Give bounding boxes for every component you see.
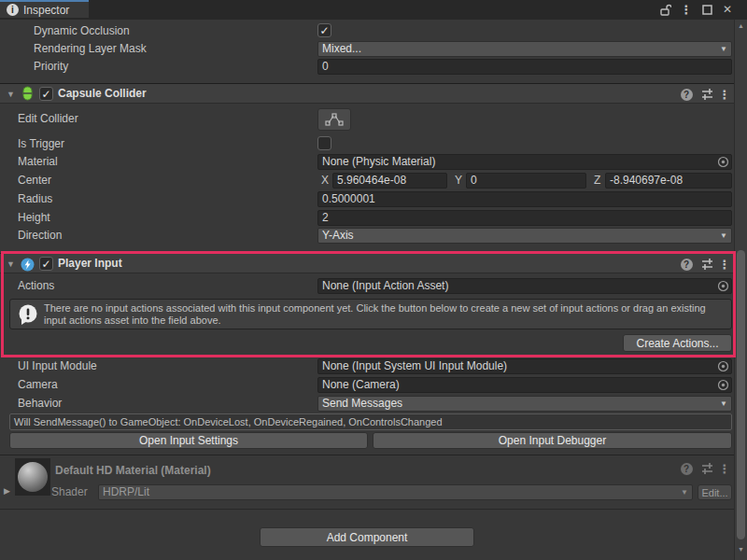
presets-icon[interactable] — [699, 257, 714, 272]
height-field[interactable]: 2 — [317, 210, 732, 226]
camera-object-field[interactable]: None (Camera) — [317, 377, 732, 393]
behavior-value: Send Messages — [322, 397, 402, 411]
radius-field[interactable]: 0.5000001 — [317, 191, 732, 207]
object-picker-icon[interactable] — [717, 360, 729, 372]
rendering-layer-mask-label: Rendering Layer Mask — [34, 41, 147, 57]
rendering-layer-mask-dropdown[interactable]: Mixed... ▼ — [317, 41, 732, 57]
ui-input-module-object-field[interactable]: None (Input System UI Input Module) — [317, 358, 732, 374]
direction-value: Y-Axis — [322, 229, 354, 243]
edit-collider-icon — [325, 113, 344, 127]
chevron-down-icon: ▼ — [720, 229, 727, 243]
foldout-closed-icon[interactable]: ▶ — [4, 486, 10, 496]
close-icon[interactable]: ✕ — [721, 3, 734, 16]
capsule-collider-enabled-checkbox[interactable]: ✓ — [39, 87, 53, 101]
ui-input-module-value: None (Input System UI Input Module) — [322, 359, 507, 372]
dynamic-occlusion-checkbox[interactable]: ✓ — [317, 23, 331, 37]
center-y-field[interactable]: 0 — [466, 173, 586, 189]
axis-y-label: Y — [455, 173, 462, 189]
rendering-layer-mask-value: Mixed... — [322, 42, 361, 56]
send-message-status-box: Will SendMessage() to GameObject: OnDevi… — [9, 413, 732, 430]
presets-icon[interactable] — [699, 87, 714, 102]
warning-icon — [18, 304, 38, 326]
radius-label: Radius — [18, 191, 52, 207]
chevron-down-icon: ▼ — [720, 42, 727, 56]
camera-value: None (Camera) — [322, 378, 400, 391]
presets-icon[interactable] — [699, 461, 714, 476]
info-icon: i — [7, 4, 19, 16]
component-menu-kebab-icon[interactable]: ⋮ — [717, 461, 732, 476]
material-sphere-preview — [18, 462, 48, 492]
vertical-scrollbar[interactable]: ▲ ▼ — [734, 20, 747, 560]
open-input-settings-button[interactable]: Open Input Settings — [9, 432, 368, 449]
material-value: None (Physic Material) — [322, 155, 435, 168]
priority-field[interactable]: 0 — [317, 59, 732, 75]
footer-divider — [0, 509, 734, 510]
scroll-up-icon[interactable]: ▲ — [738, 22, 744, 29]
player-input-icon — [20, 257, 35, 272]
capsule-collider-header[interactable]: ▼ ✓ Capsule Collider ? ⋮ — [0, 83, 734, 104]
no-actions-warning-box: There are no input actions associated wi… — [9, 299, 732, 329]
player-input-enabled-checkbox[interactable]: ✓ — [39, 257, 53, 271]
help-icon[interactable]: ? — [679, 461, 694, 476]
material-preview-thumbnail[interactable] — [15, 458, 50, 496]
behavior-dropdown[interactable]: Send Messages ▼ — [317, 396, 732, 412]
shader-dropdown[interactable]: HDRP/Lit ▼ — [98, 484, 693, 500]
direction-dropdown[interactable]: Y-Axis ▼ — [317, 228, 732, 244]
camera-label: Camera — [18, 377, 58, 393]
chevron-down-icon: ▼ — [720, 397, 727, 411]
actions-label: Actions — [18, 278, 54, 294]
tab-inspector[interactable]: i Inspector — [0, 0, 89, 18]
warning-text: There are no input actions associated wi… — [44, 302, 722, 327]
tab-bar: i Inspector ⋮ ✕ — [0, 0, 747, 20]
window-controls: ⋮ ✕ — [659, 3, 734, 16]
axis-z-label: Z — [594, 173, 600, 189]
create-actions-button[interactable]: Create Actions... — [623, 334, 732, 352]
height-label: Height — [18, 210, 50, 226]
direction-label: Direction — [18, 228, 62, 244]
add-component-button[interactable]: Add Component — [260, 527, 474, 547]
shader-edit-button[interactable]: Edit... — [698, 484, 732, 500]
scroll-down-icon[interactable]: ▼ — [738, 546, 744, 553]
shader-value: HDRP/Lit — [103, 485, 149, 499]
edit-collider-button[interactable] — [317, 108, 351, 131]
inspector-window: i Inspector ⋮ ✕ Dynamic Occlusion ✓ Rend… — [0, 0, 747, 560]
player-input-title: Player Input — [58, 254, 122, 273]
material-object-field[interactable]: None (Physic Material) — [317, 154, 732, 170]
material-section-title: Default HD Material (Material) — [55, 463, 211, 479]
foldout-open-icon[interactable]: ▼ — [7, 259, 15, 269]
behavior-label: Behavior — [18, 396, 62, 412]
help-icon[interactable]: ? — [679, 87, 694, 102]
is-trigger-checkbox[interactable] — [317, 136, 331, 150]
foldout-open-icon[interactable]: ▼ — [7, 90, 15, 99]
unlock-icon[interactable] — [659, 3, 672, 16]
component-menu-kebab-icon[interactable]: ⋮ — [717, 257, 732, 272]
capsule-collider-title: Capsule Collider — [58, 84, 147, 103]
section-divider — [0, 455, 734, 455]
shader-label: Shader — [51, 484, 88, 500]
player-input-header[interactable]: ▼ ✓ Player Input ? ⋮ — [0, 253, 734, 273]
open-input-debugger-button[interactable]: Open Input Debugger — [373, 432, 732, 449]
object-picker-icon[interactable] — [717, 156, 729, 168]
center-label: Center — [18, 173, 51, 189]
is-trigger-label: Is Trigger — [18, 136, 64, 152]
priority-label: Priority — [34, 59, 68, 75]
maximize-icon[interactable] — [700, 3, 713, 16]
object-picker-icon[interactable] — [717, 280, 729, 292]
actions-value: None (Input Action Asset) — [322, 279, 448, 292]
tab-title: Inspector — [23, 4, 69, 17]
edit-collider-label: Edit Collider — [18, 111, 78, 127]
center-x-field[interactable]: 5.960464e-08 — [332, 173, 447, 189]
actions-object-field[interactable]: None (Input Action Asset) — [317, 278, 732, 294]
component-menu-kebab-icon[interactable]: ⋮ — [717, 87, 732, 102]
scrollbar-thumb[interactable] — [737, 250, 745, 539]
material-label: Material — [18, 154, 58, 170]
chevron-down-icon: ▼ — [681, 485, 688, 499]
object-picker-icon[interactable] — [717, 379, 729, 391]
help-icon[interactable]: ? — [679, 257, 694, 272]
center-z-field[interactable]: -8.940697e-08 — [605, 173, 732, 189]
window-menu-kebab-icon[interactable]: ⋮ — [680, 3, 693, 16]
dynamic-occlusion-label: Dynamic Occlusion — [34, 23, 130, 39]
capsule-collider-icon — [20, 86, 35, 101]
ui-input-module-label: UI Input Module — [18, 358, 97, 374]
axis-x-label: X — [321, 173, 329, 189]
